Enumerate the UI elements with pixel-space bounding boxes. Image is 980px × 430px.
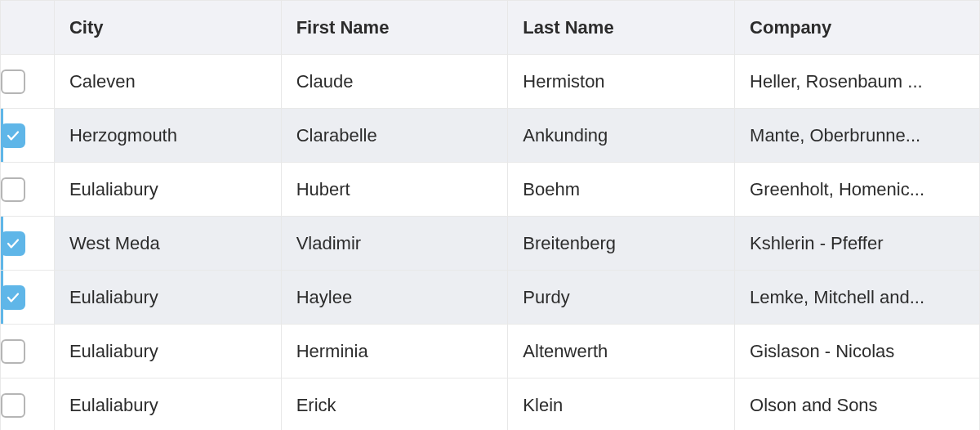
cell-last-name: Klein xyxy=(508,378,735,431)
cell-select xyxy=(1,325,55,378)
cell-last-name: Hermiston xyxy=(508,55,735,109)
cell-select xyxy=(1,55,55,109)
cell-city: Eulaliabury xyxy=(54,378,281,431)
cell-city: West Meda xyxy=(54,217,281,271)
row-select-checkbox[interactable] xyxy=(1,231,25,256)
cell-last-name: Altenwerth xyxy=(508,325,735,378)
cell-select xyxy=(1,378,55,431)
row-select-checkbox[interactable] xyxy=(1,339,25,364)
column-header-first-name[interactable]: First Name xyxy=(281,1,508,55)
cell-city: Herzogmouth xyxy=(54,109,281,163)
cell-select xyxy=(1,271,55,325)
cell-select xyxy=(1,109,55,163)
cell-city: Eulaliabury xyxy=(54,163,281,217)
row-select-checkbox[interactable] xyxy=(1,123,25,148)
row-select-checkbox[interactable] xyxy=(1,285,25,310)
check-icon xyxy=(6,290,20,305)
cell-first-name: Clarabelle xyxy=(281,109,508,163)
table-row[interactable]: Eulaliabury Hubert Boehm Greenholt, Home… xyxy=(1,163,980,217)
column-header-company[interactable]: Company xyxy=(735,1,980,55)
cell-select xyxy=(1,217,55,271)
cell-company: Greenholt, Homenic... xyxy=(735,163,980,217)
cell-select xyxy=(1,163,55,217)
cell-city: Eulaliabury xyxy=(54,271,281,325)
check-icon xyxy=(6,128,20,143)
cell-first-name: Vladimir xyxy=(281,217,508,271)
cell-first-name: Haylee xyxy=(281,271,508,325)
cell-city: Eulaliabury xyxy=(54,325,281,378)
column-header-last-name[interactable]: Last Name xyxy=(508,1,735,55)
cell-company: Olson and Sons xyxy=(735,378,980,431)
check-icon xyxy=(6,236,20,251)
table-row[interactable]: Herzogmouth Clarabelle Ankunding Mante, … xyxy=(1,109,980,163)
cell-first-name: Herminia xyxy=(281,325,508,378)
cell-first-name: Hubert xyxy=(281,163,508,217)
row-select-checkbox[interactable] xyxy=(1,393,25,418)
row-select-checkbox[interactable] xyxy=(1,177,25,202)
cell-company: Kshlerin - Pfeffer xyxy=(735,217,980,271)
table-row[interactable]: Caleven Claude Hermiston Heller, Rosenba… xyxy=(1,55,980,109)
cell-last-name: Ankunding xyxy=(508,109,735,163)
table-row[interactable]: West Meda Vladimir Breitenberg Kshlerin … xyxy=(1,217,980,271)
cell-company: Mante, Oberbrunne... xyxy=(735,109,980,163)
cell-last-name: Boehm xyxy=(508,163,735,217)
cell-last-name: Purdy xyxy=(508,271,735,325)
cell-first-name: Claude xyxy=(281,55,508,109)
cell-city: Caleven xyxy=(54,55,281,109)
table-row[interactable]: Eulaliabury Erick Klein Olson and Sons xyxy=(1,378,980,431)
column-header-city[interactable]: City xyxy=(54,1,281,55)
cell-company: Lemke, Mitchell and... xyxy=(735,271,980,325)
cell-first-name: Erick xyxy=(281,378,508,431)
table-row[interactable]: Eulaliabury Herminia Altenwerth Gislason… xyxy=(1,325,980,378)
row-select-checkbox[interactable] xyxy=(1,69,25,94)
cell-company: Heller, Rosenbaum ... xyxy=(735,55,980,109)
column-header-select xyxy=(1,1,55,55)
cell-company: Gislason - Nicolas xyxy=(735,325,980,378)
table-row[interactable]: Eulaliabury Haylee Purdy Lemke, Mitchell… xyxy=(1,271,980,325)
table-header-row: City First Name Last Name Company xyxy=(1,1,980,55)
data-table: City First Name Last Name Company Caleve… xyxy=(0,0,980,430)
cell-last-name: Breitenberg xyxy=(508,217,735,271)
